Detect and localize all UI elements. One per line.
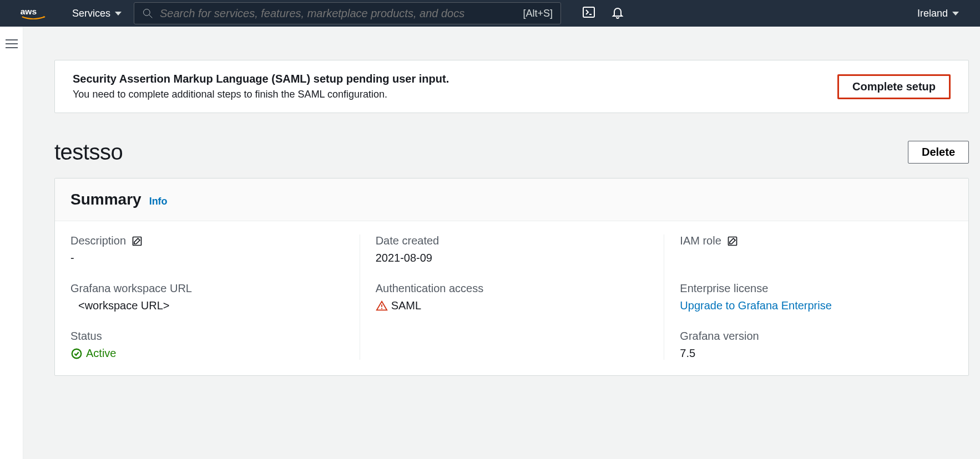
- grafana-version-field: Grafana version 7.5: [680, 330, 953, 360]
- summary-col-3: IAM role Enterprise license Upgrade to G…: [664, 234, 968, 360]
- svg-line-2: [149, 15, 153, 18]
- sidebar-toggle[interactable]: [6, 37, 18, 459]
- page-header: testsso Delete: [54, 140, 969, 165]
- search-input[interactable]: [160, 7, 523, 20]
- description-label: Description: [70, 234, 126, 247]
- summary-panel: Summary Info Description -: [54, 178, 969, 376]
- svg-text:aws: aws: [21, 7, 37, 16]
- grafana-version-label: Grafana version: [680, 330, 759, 343]
- aws-logo[interactable]: aws: [0, 6, 60, 21]
- date-created-label: Date created: [376, 234, 440, 247]
- auth-access-value: SAML: [376, 299, 649, 312]
- region-selector[interactable]: Ireland: [910, 8, 967, 19]
- status-text: Active: [86, 347, 116, 360]
- edit-description-icon[interactable]: [132, 236, 143, 247]
- auth-access-label: Authentication access: [376, 282, 484, 295]
- date-created-field: Date created 2021-08-09: [376, 234, 649, 264]
- status-label: Status: [70, 330, 102, 343]
- grafana-version-value: 7.5: [680, 347, 953, 360]
- description-field: Description -: [70, 234, 344, 264]
- search-icon: [142, 8, 153, 19]
- iam-role-field: IAM role: [680, 234, 953, 264]
- iam-role-label: IAM role: [680, 234, 721, 247]
- info-link[interactable]: Info: [149, 196, 168, 207]
- status-field: Status Active: [70, 330, 344, 360]
- workspace-url-field: Grafana workspace URL <workspace URL>: [70, 282, 344, 312]
- top-nav: aws Services [Alt+S] Ireland: [0, 0, 980, 27]
- date-created-value: 2021-08-09: [376, 252, 649, 264]
- svg-point-1: [144, 9, 150, 16]
- workspace-url-label: Grafana workspace URL: [70, 282, 192, 295]
- check-circle-icon: [70, 348, 83, 360]
- search-shortcut: [Alt+S]: [523, 8, 553, 19]
- summary-heading: Summary: [70, 191, 142, 208]
- svg-point-8: [381, 308, 382, 309]
- alert-title: Security Assertion Markup Language (SAML…: [73, 73, 449, 85]
- services-menu[interactable]: Services: [60, 0, 134, 27]
- enterprise-license-field: Enterprise license Upgrade to Grafana En…: [680, 282, 953, 312]
- edit-iam-role-icon[interactable]: [727, 236, 738, 247]
- sidebar-collapse-strip: [0, 27, 23, 459]
- summary-header: Summary Info: [55, 178, 968, 221]
- auth-access-field: Authentication access SAML: [376, 282, 649, 312]
- iam-role-value: [680, 252, 953, 264]
- main-content: Security Assertion Markup Language (SAML…: [23, 27, 980, 459]
- status-value: Active: [70, 347, 344, 360]
- notifications-button[interactable]: [603, 6, 632, 22]
- workspace-url-value: <workspace URL>: [70, 299, 344, 312]
- caret-down-icon: [115, 12, 122, 16]
- alert-body: You need to complete additional steps to…: [73, 89, 449, 100]
- enterprise-upgrade-link[interactable]: Upgrade to Grafana Enterprise: [680, 299, 953, 312]
- auth-access-text: SAML: [391, 299, 421, 312]
- summary-col-1: Description - Grafana workspace URL <wor…: [55, 234, 360, 360]
- saml-pending-alert: Security Assertion Markup Language (SAML…: [54, 60, 969, 113]
- services-label: Services: [72, 8, 110, 19]
- region-label: Ireland: [917, 8, 948, 19]
- enterprise-license-label: Enterprise license: [680, 282, 768, 295]
- cloudshell-button[interactable]: [574, 6, 603, 22]
- page-title: testsso: [54, 140, 123, 165]
- delete-button[interactable]: Delete: [908, 141, 969, 164]
- summary-col-2: Date created 2021-08-09 Authentication a…: [360, 234, 664, 360]
- global-search[interactable]: [Alt+S]: [134, 2, 561, 24]
- complete-setup-button[interactable]: Complete setup: [837, 74, 951, 99]
- caret-down-icon: [952, 12, 959, 16]
- warning-icon: [376, 300, 388, 312]
- description-value: -: [70, 252, 344, 264]
